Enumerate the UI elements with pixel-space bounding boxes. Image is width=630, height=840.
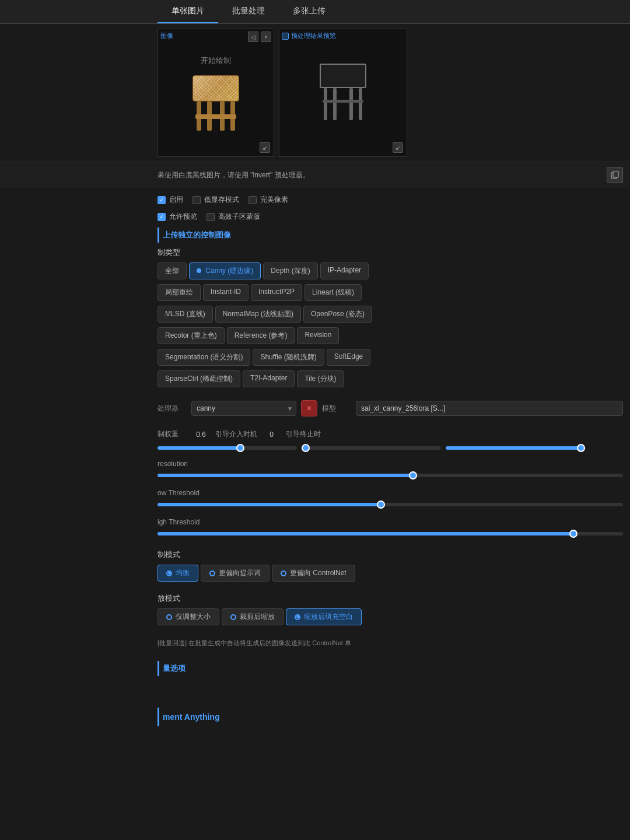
- resize-mode-label: 放模式: [158, 591, 623, 606]
- weight-row: 制权重 0.6 引导介入时机 0 引导终止时: [158, 427, 623, 442]
- efficient-subregion-checkbox[interactable]: [206, 213, 215, 221]
- type-btn-mlsd[interactable]: MLSD (直线): [158, 306, 213, 323]
- type-btn-openpose-label: OpenPose (姿态): [311, 310, 365, 318]
- type-section-label: 制类型: [158, 245, 623, 260]
- type-buttons-row5: Segmentation (语义分割) Shuffle (随机洗牌) SoftE…: [158, 346, 623, 368]
- type-btn-normalmap[interactable]: NormalMap (法线贴图): [215, 306, 301, 323]
- image-close-btn[interactable]: ×: [261, 32, 271, 42]
- weight-slider[interactable]: [158, 446, 297, 450]
- type-btn-softedge[interactable]: SoftEdge: [327, 349, 370, 366]
- type-btn-lineart[interactable]: Lineart (线稿): [304, 284, 362, 301]
- processor-select[interactable]: canny: [191, 401, 296, 416]
- low-threshold-slider[interactable]: [158, 503, 623, 506]
- type-btn-t2i[interactable]: T2I-Adapter: [243, 370, 295, 387]
- type-btn-sparsectrl[interactable]: SparseCtrl (稀疏控制): [158, 370, 240, 387]
- batch-options-section: 量选项: [0, 655, 630, 699]
- weight-slider-wrapper: [158, 443, 623, 452]
- entry-slider[interactable]: [302, 446, 441, 450]
- type-btn-shuffle-label: Shuffle (随机洗牌): [260, 353, 316, 361]
- type-btn-canny[interactable]: Canny (硬边缘): [189, 262, 261, 279]
- copy-icon: [611, 171, 619, 179]
- fill-radio: [295, 614, 300, 620]
- mode-btn-balanced[interactable]: 均衡: [158, 565, 198, 582]
- type-btn-reference-label: Reference (参考): [235, 331, 288, 340]
- mode-btn-balanced-label: 均衡: [176, 568, 190, 578]
- allow-preview-checkbox-group: 允许预览: [158, 212, 197, 222]
- type-btn-inpaint[interactable]: 局部重绘: [158, 284, 201, 301]
- canny-radio-dot: [197, 268, 201, 273]
- type-btn-tile[interactable]: Tile (分块): [297, 370, 344, 387]
- notice-icon-btn[interactable]: [607, 167, 623, 183]
- type-btn-segmentation[interactable]: Segmentation (语义分割): [158, 349, 250, 366]
- weight-value: 0.6: [194, 430, 208, 439]
- type-btn-openpose[interactable]: OpenPose (姿态): [303, 306, 372, 323]
- resize-btn-only[interactable]: 仅调整大小: [158, 608, 219, 625]
- resize-mode-buttons: 仅调整大小 裁剪后缩放 缩放后填充空白: [158, 606, 623, 628]
- low-threshold-label: ow Threshold: [158, 489, 623, 497]
- tab-batch-process[interactable]: 批量处理: [218, 0, 279, 23]
- model-input[interactable]: [356, 401, 623, 416]
- perfect-pixel-label: 完美像素: [260, 195, 288, 205]
- type-btn-instructp2p-label: InstructP2P: [258, 288, 295, 296]
- resolution-section: resolution: [0, 456, 630, 485]
- mode-btn-controlnet[interactable]: 更偏向 ControlNet: [272, 565, 355, 582]
- batch-notice-text: [批量回送] 在批量生成中自动将生成后的图像发送到此 ControlNet 单: [158, 635, 623, 652]
- exit-label: 引导终止时: [286, 429, 321, 439]
- type-btn-depth[interactable]: Depth (深度): [263, 262, 317, 279]
- high-threshold-section: igh Threshold: [0, 514, 630, 544]
- batch-options-label: 量选项: [158, 661, 623, 676]
- type-btn-ip-adapter-label: IP-Adapter: [328, 266, 361, 274]
- preview-arrow-icon[interactable]: ↙: [393, 142, 403, 153]
- low-threshold-section: ow Threshold: [0, 485, 630, 514]
- type-btn-all-label: 全部: [165, 267, 179, 275]
- preview-checkbox[interactable]: [282, 33, 289, 40]
- entry-value: 0: [264, 430, 279, 439]
- image-area: 图像 ◁ × 开始绘制 ↙: [0, 24, 630, 162]
- type-btn-ip-adapter[interactable]: IP-Adapter: [320, 262, 369, 279]
- control-mode-label: 制模式: [158, 547, 623, 562]
- image-panel-controls: ◁ ×: [248, 32, 271, 42]
- settings-section: 启用 低显存模式 完美像素 允许预览 高效子区蒙版 上传独立的控制图像 制类型 …: [0, 188, 630, 393]
- arrow-icon[interactable]: ↙: [260, 142, 270, 153]
- type-btn-instructp2p[interactable]: InstructP2P: [251, 284, 302, 301]
- mode-btn-prompt[interactable]: 更偏向提示词: [201, 565, 270, 582]
- weight-slider-row: [158, 442, 623, 453]
- high-threshold-slider-track: [158, 528, 623, 540]
- enable-label: 启用: [169, 195, 183, 205]
- processor-action-btn[interactable]: ✕: [301, 400, 317, 416]
- type-btn-mlsd-label: MLSD (直线): [165, 310, 205, 318]
- low-memory-checkbox[interactable]: [192, 196, 201, 204]
- type-btn-t2i-label: T2I-Adapter: [250, 374, 287, 382]
- type-btn-inpaint-label: 局部重绘: [165, 288, 193, 296]
- resolution-slider-track: [158, 470, 623, 482]
- resize-btn-fill-label: 缩放后填充空白: [304, 612, 353, 622]
- type-btn-reference[interactable]: Reference (参考): [227, 327, 295, 344]
- type-btn-revision[interactable]: Revision: [297, 327, 339, 344]
- enable-checkbox[interactable]: [158, 196, 166, 204]
- exit-slider[interactable]: [446, 446, 585, 450]
- perfect-pixel-checkbox[interactable]: [249, 196, 257, 204]
- tab-single-image[interactable]: 单张图片: [158, 0, 218, 23]
- segment-label: ment Anything: [158, 708, 623, 726]
- image-prev-btn[interactable]: ◁: [248, 32, 258, 42]
- type-btn-instant-id-label: Instant-ID: [211, 288, 241, 296]
- efficient-subregion-label: 高效子区蒙版: [218, 212, 260, 222]
- type-btn-all[interactable]: 全部: [158, 262, 187, 279]
- prompt-radio: [209, 570, 215, 576]
- resolution-slider[interactable]: [158, 474, 623, 477]
- tab-multi-upload[interactable]: 多张上传: [279, 0, 340, 23]
- top-tabs: 单张图片 批量处理 多张上传: [0, 0, 630, 24]
- type-btn-shuffle[interactable]: Shuffle (随机洗牌): [253, 349, 324, 366]
- allow-preview-label: 允许预览: [169, 212, 197, 222]
- allow-preview-checkbox[interactable]: [158, 213, 166, 221]
- image-bottom-control[interactable]: ↙: [260, 142, 270, 153]
- high-threshold-slider[interactable]: [158, 532, 623, 536]
- resize-btn-crop[interactable]: 裁剪后缩放: [222, 608, 284, 625]
- type-btn-recolor[interactable]: Recolor (重上色): [158, 327, 225, 344]
- controlnet-radio: [281, 570, 286, 576]
- resize-btn-fill[interactable]: 缩放后填充空白: [286, 608, 362, 625]
- preview-arrow-btn[interactable]: ↙: [393, 142, 403, 153]
- processor-model-section: 处理器 canny ▼ ✕ 模型: [0, 393, 630, 424]
- preview-content: [279, 29, 407, 156]
- type-btn-instant-id[interactable]: Instant-ID: [203, 284, 249, 301]
